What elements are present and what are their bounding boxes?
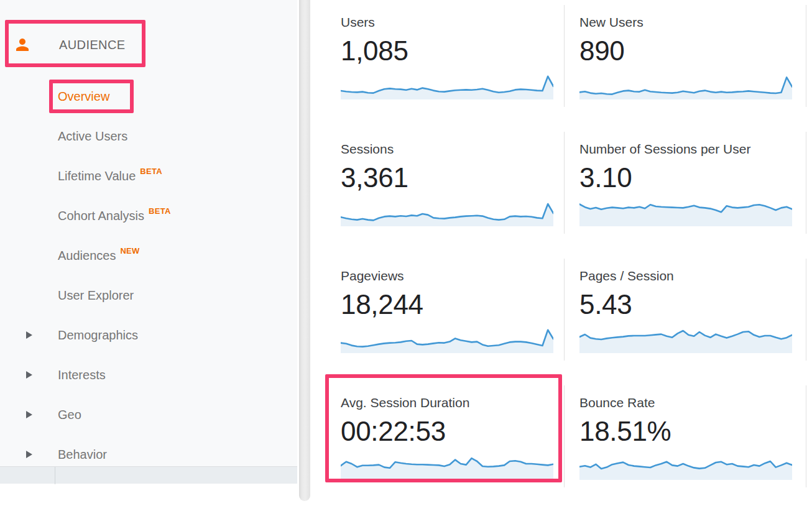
sidebar-item-label: Overview [58, 90, 109, 104]
sidebar-section-audience[interactable]: AUDIENCE [0, 22, 297, 67]
expand-arrow-icon [26, 451, 32, 458]
metric-label: Bounce Rate [579, 395, 792, 410]
sidebar-item-lifetime-value[interactable]: Lifetime Value BETA [0, 156, 297, 196]
sidebar-section-label: AUDIENCE [59, 38, 126, 52]
person-icon [13, 35, 32, 54]
sidebar-item-label: Behavior [58, 448, 107, 462]
metrics-row: Pageviews 18,244 Pages / Session 5.43 [311, 259, 812, 361]
sidebar-item-label: Demographics [58, 328, 138, 343]
footer-divider [55, 467, 55, 484]
sidebar-item-cohort-analysis[interactable]: Cohort Analysis BETA [0, 196, 297, 236]
metric-label: Number of Sessions per User [579, 142, 792, 157]
beta-badge: BETA [149, 206, 171, 216]
metric-label: Sessions [341, 142, 553, 157]
analytics-audience-overview: AUDIENCE Overview Active Users Lifetime … [0, 0, 812, 511]
sidebar-item-audiences[interactable]: Audiences NEW [0, 236, 297, 275]
sidebar-item-label: Lifetime Value [58, 169, 136, 183]
metrics-row: Sessions 3,361 Number of Sessions per Us… [311, 132, 812, 234]
expand-arrow-icon [26, 411, 32, 418]
metric-card-bounce-rate[interactable]: Bounce Rate 18.51% [565, 385, 806, 487]
metrics-row: Users 1,085 New Users 890 [311, 5, 812, 107]
metric-card-new-users[interactable]: New Users 890 [565, 5, 806, 107]
metric-card-users[interactable]: Users 1,085 [311, 5, 565, 107]
sidebar-scrollbar[interactable] [299, 0, 310, 501]
metric-value: 1,085 [341, 37, 553, 65]
sidebar-item-label: Interests [58, 368, 106, 382]
metrics-panel: Users 1,085 New Users 890 Sessions 3,361… [311, 5, 812, 511]
metric-label: Users [341, 15, 553, 30]
metric-label: Avg. Session Duration [341, 395, 553, 410]
sparkline-chart [341, 198, 553, 226]
metric-card-pages-per-session[interactable]: Pages / Session 5.43 [565, 259, 806, 361]
sidebar-footer-strip [0, 466, 297, 484]
sidebar-item-label: Audiences [58, 249, 116, 263]
sparkline-chart [341, 71, 553, 99]
sparkline-chart [579, 451, 792, 480]
metric-label: New Users [579, 15, 792, 30]
metric-value: 5.43 [579, 290, 792, 319]
new-badge: NEW [120, 246, 139, 255]
beta-badge: BETA [140, 167, 162, 176]
expand-arrow-icon [26, 371, 32, 379]
sidebar-item-geo[interactable]: Geo [0, 395, 297, 435]
sparkline-chart [341, 325, 553, 353]
metric-value: 18,244 [341, 290, 553, 319]
metric-label: Pages / Session [579, 269, 792, 283]
sidebar: AUDIENCE Overview Active Users Lifetime … [0, 0, 297, 466]
metric-card-pageviews[interactable]: Pageviews 18,244 [311, 259, 565, 361]
sidebar-item-label: User Explorer [58, 288, 134, 303]
expand-arrow-icon [26, 331, 32, 339]
metric-label: Pageviews [341, 269, 553, 283]
sidebar-item-label: Cohort Analysis [58, 209, 144, 223]
sidebar-item-demographics[interactable]: Demographics [0, 315, 297, 355]
metric-value: 00:22:53 [341, 417, 553, 446]
sidebar-item-overview[interactable]: Overview [0, 76, 297, 116]
sparkline-chart [579, 198, 792, 226]
sparkline-chart [341, 451, 553, 480]
metrics-row: Avg. Session Duration 00:22:53 Bounce Ra… [311, 385, 812, 487]
sidebar-item-label: Active Users [58, 129, 127, 144]
sidebar-item-user-explorer[interactable]: User Explorer [0, 275, 297, 315]
metric-value: 18.51% [579, 417, 792, 446]
sidebar-item-interests[interactable]: Interests [0, 355, 297, 395]
metric-card-sessions[interactable]: Sessions 3,361 [311, 132, 565, 234]
metric-value: 3,361 [341, 163, 553, 192]
sparkline-chart [579, 325, 792, 353]
sidebar-item-active-users[interactable]: Active Users [0, 116, 297, 156]
sidebar-item-label: Geo [58, 408, 81, 422]
sparkline-chart [579, 71, 792, 99]
metric-card-sessions-per-user[interactable]: Number of Sessions per User 3.10 [565, 132, 806, 234]
metric-card-avg-session-duration[interactable]: Avg. Session Duration 00:22:53 [311, 385, 565, 487]
metric-value: 3.10 [579, 163, 792, 192]
metric-value: 890 [579, 37, 792, 65]
